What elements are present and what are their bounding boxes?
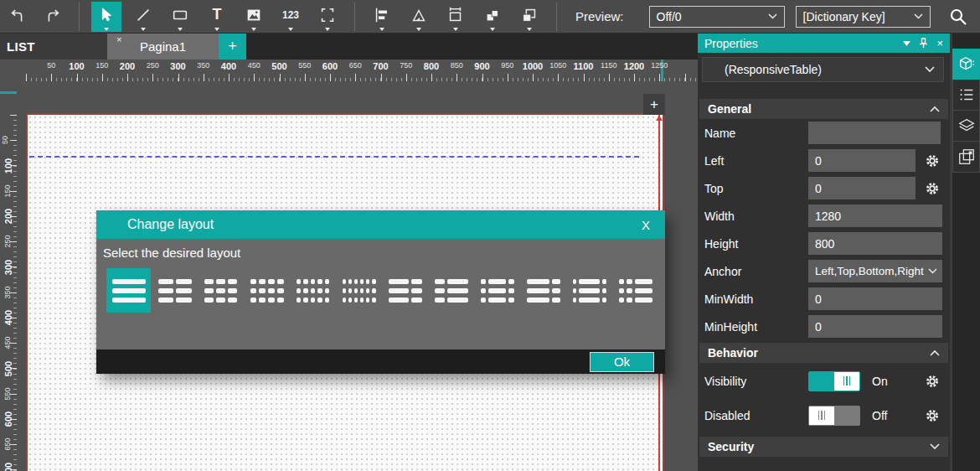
layout-option-5-columns[interactable] [291,268,335,313]
frames-view-button[interactable] [952,142,980,173]
layers-view-button[interactable] [952,111,980,142]
close-tab-icon[interactable]: × [116,34,121,44]
layout-row [343,298,376,303]
layout-row [573,279,606,284]
layout-option-narrow-wide-narrow[interactable] [475,268,519,313]
layout-option-3-columns[interactable] [199,268,243,313]
properties-view-button[interactable] [952,49,980,80]
line-icon [134,6,152,24]
layout-segment [552,298,560,303]
image-tool-button[interactable] [239,2,269,32]
ruler-number: 1250 [651,61,668,70]
gear-icon[interactable] [925,181,940,196]
layout-option-6-columns[interactable] [337,268,381,313]
layout-row [389,288,422,293]
layout-row [389,279,422,284]
section-security[interactable]: Security [699,437,948,457]
property-list-view-button[interactable] [952,80,980,111]
left-input[interactable] [808,149,916,172]
layout-segment [435,279,445,284]
layout-segment [158,288,174,293]
layout-segment [447,298,468,303]
vertical-ruler: 5010015020025030035040045050055060065070… [0,81,17,471]
layout-option-tiny-tiny-wide[interactable] [613,268,658,313]
preview-mode-select[interactable]: Off/0 [649,6,785,28]
layout-option-2-columns[interactable] [152,268,197,313]
dialog-close-button[interactable]: X [642,218,650,232]
anchor-select[interactable]: Left,Top,Bottom,Right [808,260,942,282]
layout-option-wide-narrow[interactable] [383,268,427,313]
redo-button[interactable] [37,3,69,31]
layout-row [573,298,606,303]
section-behavior[interactable]: Behavior [699,343,948,363]
ok-button[interactable]: Ok [590,352,654,372]
pointer-icon [97,6,116,24]
layout-segment [527,279,550,284]
horizontal-ruler: 5010015020025030035040045050055060065070… [0,60,698,81]
dictionary-key-select[interactable]: [Dictionary Key] [796,6,931,28]
field-label: Anchor [698,265,808,278]
layout-segment [411,298,421,303]
ruler-number: 650 [3,438,12,451]
minheight-input[interactable] [808,315,942,338]
disabled-toggle[interactable] [808,406,860,426]
page-add-button[interactable]: + [643,94,665,115]
layout-segment [216,298,225,303]
undo-button[interactable] [2,3,34,31]
guide-line [29,156,639,158]
order-tool-button[interactable] [514,2,544,32]
top-input[interactable] [808,177,916,199]
layout-segment [602,288,606,293]
visibility-toggle[interactable] [808,371,860,391]
rotate-tool-button[interactable] [404,2,434,32]
layout-option-tiny-wide-tiny[interactable] [567,268,611,313]
layout-segment [389,279,410,284]
section-general[interactable]: General [699,99,948,119]
layout-segment [372,288,375,293]
text-tool-button[interactable]: T [202,2,232,32]
size-tool-button[interactable] [441,2,471,32]
panel-menu-icon[interactable] [903,41,910,46]
layout-segment [635,279,652,284]
numeric-display-tool-button[interactable]: 123 [276,2,306,32]
layout-segment [619,298,625,303]
toggle-knob [809,406,834,425]
property-row-anchor: Anchor Left,Top,Bottom,Right [698,260,950,282]
layout-segment [158,279,174,284]
dialog-prompt: Select the desired layout [96,239,665,260]
minwidth-input[interactable] [808,287,942,310]
name-input[interactable] [808,122,941,144]
layout-segment [366,298,369,303]
rectangle-tool-button[interactable] [165,2,195,32]
layout-segment [343,298,346,303]
object-type-select[interactable]: (ResponsiveTable) [702,57,944,82]
layout-option-1-column[interactable] [106,268,151,313]
pin-icon[interactable] [919,38,928,49]
layout-segment [204,279,214,284]
search-button[interactable] [945,3,972,30]
height-input[interactable] [808,232,942,255]
layout-option-4-columns[interactable] [245,268,289,313]
ruler-number: 1150 [601,61,616,70]
gear-icon[interactable] [925,153,940,168]
list-icon [957,85,976,104]
align-tool-button[interactable] [367,2,397,32]
tab-pagina1[interactable]: × Pagina1 [107,34,219,60]
layout-option-narrow-wide[interactable] [429,268,473,313]
panel-close-icon[interactable]: × [936,37,943,49]
tab-list[interactable]: LIST [0,34,107,60]
layout-option-extra-wide-narrow[interactable] [521,268,565,313]
select-tool-button[interactable] [91,2,121,32]
layout-segment [268,279,275,284]
width-input[interactable] [808,204,942,227]
layout-segment [366,279,369,284]
layout-row [481,279,514,284]
layout-segment [317,298,322,303]
selection-frame-tool-button[interactable] [312,2,343,32]
gear-icon[interactable] [925,408,940,423]
chevron-up-icon [930,106,940,112]
gear-icon[interactable] [925,374,940,389]
add-tab-button[interactable]: + [219,34,246,60]
line-tool-button[interactable] [128,2,158,32]
group-tool-button[interactable] [477,2,508,32]
